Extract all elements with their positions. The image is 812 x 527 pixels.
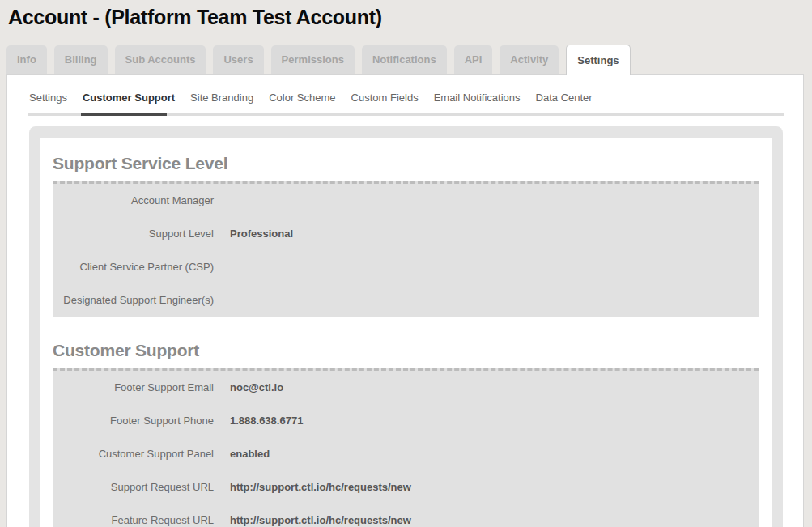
tab-api[interactable]: API	[454, 45, 493, 74]
subtab-color-scheme[interactable]: Color Scheme	[269, 91, 335, 104]
subtab-email-notifications[interactable]: Email Notifications	[434, 91, 521, 104]
tab-permissions[interactable]: Permissions	[271, 45, 355, 74]
field-row: Support Request URL http://support.ctl.i…	[53, 470, 759, 504]
section-title: Support Service Level	[53, 154, 759, 173]
main-tab-bar: Info Billing Sub Accounts Users Permissi…	[6, 45, 812, 74]
field-value: noc@ctl.io	[230, 381, 283, 393]
tab-settings[interactable]: Settings	[566, 45, 630, 75]
tab-billing[interactable]: Billing	[54, 45, 108, 74]
subnav-underline-track	[28, 113, 784, 116]
field-value: http://support.ctl.io/hc/requests/new	[230, 481, 411, 493]
field-row: Feature Request URL http://support.ctl.i…	[53, 504, 759, 527]
field-value: http://support.ctl.io/hc/requests/new	[230, 514, 411, 526]
tab-notifications[interactable]: Notifications	[362, 45, 447, 74]
subtab-custom-fields[interactable]: Custom Fields	[351, 91, 419, 104]
field-label: Customer Support Panel	[53, 448, 214, 460]
field-label: Footer Support Email	[53, 381, 214, 393]
field-value: Professional	[230, 227, 293, 240]
subtab-settings[interactable]: Settings	[29, 91, 67, 104]
field-row: Footer Support Phone 1.888.638.6771	[53, 404, 759, 437]
subtab-site-branding[interactable]: Site Branding	[190, 91, 253, 104]
tab-activity[interactable]: Activity	[500, 45, 559, 74]
field-label: Designated Support Engineer(s)	[53, 294, 214, 306]
settings-sub-nav: Settings Customer Support Site Branding …	[29, 91, 803, 104]
field-row: Client Service Partner (CSP)	[53, 250, 759, 283]
field-label: Account Manager	[53, 194, 214, 206]
active-subtab-underline	[81, 113, 167, 116]
settings-panel: Settings Customer Support Site Branding …	[6, 74, 804, 527]
support-service-level-panel: Account Manager Support Level Profession…	[53, 181, 759, 317]
section-title: Customer Support	[53, 341, 759, 360]
field-label: Client Service Partner (CSP)	[53, 261, 214, 273]
tab-users[interactable]: Users	[213, 45, 263, 74]
content-container: Support Service Level Account Manager Su…	[29, 126, 783, 527]
field-label: Feature Request URL	[53, 514, 214, 526]
subtab-customer-support[interactable]: Customer Support	[83, 91, 175, 104]
subtab-data-center[interactable]: Data Center	[536, 91, 593, 104]
field-label: Support Request URL	[53, 481, 214, 493]
field-value: enabled	[230, 448, 270, 460]
field-label: Support Level	[53, 227, 214, 240]
field-row: Footer Support Email noc@ctl.io	[53, 371, 759, 404]
content-card: Support Service Level Account Manager Su…	[40, 138, 772, 527]
field-row: Designated Support Engineer(s)	[53, 283, 759, 317]
field-row: Support Level Professional	[53, 217, 759, 250]
tab-info[interactable]: Info	[6, 45, 47, 74]
page-title: Account - (Platform Team Test Account)	[8, 5, 812, 29]
field-label: Footer Support Phone	[53, 414, 214, 427]
customer-support-panel: Footer Support Email noc@ctl.io Footer S…	[53, 368, 759, 527]
field-row: Account Manager	[53, 184, 759, 217]
field-value: 1.888.638.6771	[230, 414, 303, 427]
field-row: Customer Support Panel enabled	[53, 437, 759, 470]
tab-sub-accounts[interactable]: Sub Accounts	[115, 45, 206, 74]
